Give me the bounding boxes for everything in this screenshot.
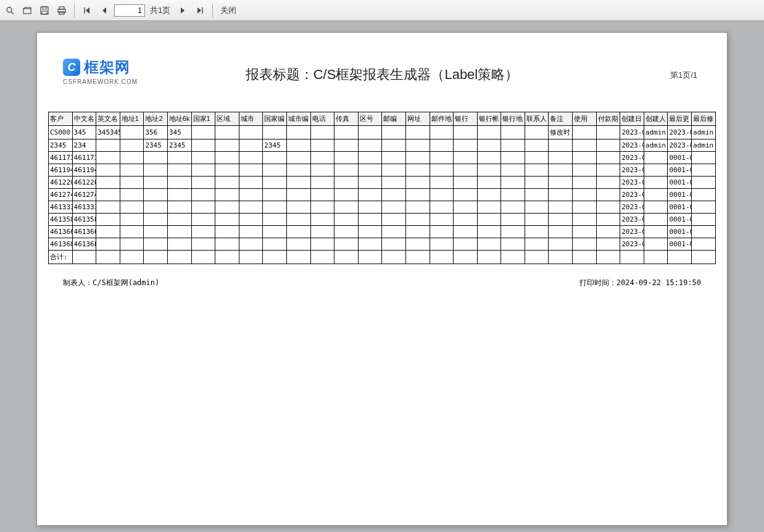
table-header-cell: 地址6k — [167, 112, 191, 126]
table-cell — [191, 152, 215, 164]
table-cell — [239, 251, 263, 264]
table-cell — [477, 126, 501, 139]
table-cell — [72, 251, 96, 264]
table-cell: 345345 — [96, 126, 120, 139]
table-cell: 461368 — [49, 238, 73, 251]
table-cell — [96, 238, 120, 251]
table-cell: 461274 — [49, 189, 73, 201]
table-cell — [692, 226, 716, 238]
save-icon[interactable] — [37, 3, 52, 18]
open-icon[interactable] — [20, 3, 35, 18]
close-button[interactable]: 关闭 — [218, 5, 239, 16]
table-cell — [120, 251, 144, 264]
search-icon[interactable] — [2, 3, 17, 18]
table-header-cell: 备注 — [549, 112, 573, 126]
table-cell — [263, 214, 287, 226]
table-cell — [573, 226, 597, 238]
table-header-cell: 传真 — [334, 112, 359, 126]
table-cell — [310, 238, 334, 251]
table-summary-row: 合计: — [49, 251, 716, 264]
table-cell — [501, 201, 525, 214]
table-cell — [430, 139, 454, 152]
table-cell — [120, 214, 144, 226]
table-cell — [239, 152, 263, 164]
table-cell — [286, 238, 310, 251]
table-cell — [501, 164, 525, 177]
table-cell — [644, 226, 668, 238]
table-cell — [405, 126, 430, 139]
prev-page-icon[interactable] — [97, 3, 112, 18]
table-cell — [120, 238, 144, 251]
table-cell — [454, 139, 478, 152]
next-page-icon[interactable] — [175, 3, 190, 18]
table-cell — [310, 201, 334, 214]
table-header-cell: 国家1 — [191, 112, 215, 126]
page-number-input[interactable] — [114, 4, 145, 17]
table-cell — [549, 152, 573, 164]
table-cell — [215, 201, 239, 214]
table-cell — [286, 189, 310, 201]
table-cell — [477, 226, 501, 238]
table-cell — [405, 214, 430, 226]
table-cell — [477, 152, 501, 164]
separator — [74, 4, 75, 17]
table-cell — [644, 177, 668, 189]
table-cell — [239, 238, 263, 251]
report-header: C 框架网 CSFRAMEWORK.COM 报表标题：C/S框架报表生成器（La… — [48, 50, 716, 112]
table-cell — [692, 251, 716, 264]
table-cell — [668, 251, 692, 264]
table-cell — [596, 189, 620, 201]
table-cell — [191, 251, 215, 264]
table-cell — [239, 214, 263, 226]
table-cell — [596, 251, 620, 264]
table-cell: 2023-0 — [620, 139, 644, 152]
table-cell — [120, 126, 144, 139]
table-cell — [477, 251, 501, 264]
last-page-icon[interactable] — [193, 3, 207, 18]
table-cell — [430, 238, 454, 251]
table-cell — [191, 201, 215, 214]
table-cell: 2023-0 — [620, 226, 644, 238]
table-cell: 2345 — [49, 139, 73, 152]
first-page-icon[interactable] — [80, 3, 94, 18]
table-header-cell: 中文名 — [72, 112, 96, 126]
table-cell — [430, 126, 454, 139]
table-cell — [96, 139, 120, 152]
table-cell — [525, 251, 549, 264]
table-cell — [549, 177, 573, 189]
table-cell — [144, 214, 168, 226]
table-cell — [191, 189, 215, 201]
table-cell — [501, 139, 525, 152]
table-cell — [405, 189, 430, 201]
table-cell: 0001-0 — [668, 164, 692, 177]
table-cell — [596, 139, 620, 152]
table-cell — [358, 238, 382, 251]
table-header-cell: 付款期 — [596, 112, 620, 126]
table-cell — [191, 126, 215, 139]
table-cell — [644, 251, 668, 264]
table-cell — [549, 251, 573, 264]
table-cell — [286, 226, 310, 238]
table-cell: 461220 — [72, 177, 96, 189]
print-icon[interactable] — [54, 3, 69, 18]
table-cell — [263, 177, 287, 189]
table-cell — [549, 201, 573, 214]
table-cell — [215, 189, 239, 201]
table-cell — [167, 214, 191, 226]
report-title: 报表标题：C/S框架报表生成器（Label策略） — [48, 65, 716, 84]
table-cell — [596, 226, 620, 238]
table-cell — [382, 177, 406, 189]
table-cell: 0001-0 — [668, 201, 692, 214]
table-cell — [167, 226, 191, 238]
table-cell — [454, 251, 478, 264]
svg-rect-4 — [43, 7, 46, 9]
table-cell — [525, 201, 549, 214]
table-cell — [286, 164, 310, 177]
table-cell — [692, 189, 716, 201]
table-cell — [144, 238, 168, 251]
print-time-label: 打印时间：2024-09-22 15:19:50 — [579, 278, 701, 288]
table-cell: 2345 — [263, 139, 287, 152]
table-cell — [549, 139, 573, 152]
table-cell: 345 — [167, 126, 191, 139]
table-cell — [120, 189, 144, 201]
